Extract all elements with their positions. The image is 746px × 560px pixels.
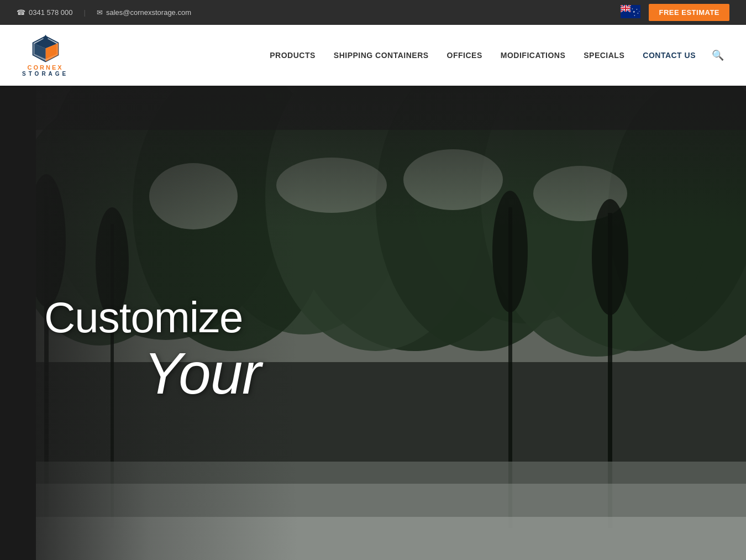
- logo[interactable]: CORNEX STORAGE: [22, 34, 69, 77]
- email-contact: ✉ sales@cornexstorage.com: [97, 8, 191, 17]
- logo-icon: [30, 34, 61, 64]
- email-address[interactable]: sales@cornexstorage.com: [106, 8, 191, 17]
- search-icon[interactable]: 🔍: [712, 50, 724, 61]
- svg-text:★: ★: [637, 12, 639, 14]
- svg-rect-9: [621, 8, 631, 9]
- nav-link-modifications[interactable]: MODIFICATIONS: [493, 45, 573, 65]
- country-flag: ★ ★ ★ ★ ★ ★: [621, 5, 640, 20]
- hero-line1: Customize: [44, 294, 261, 342]
- phone-number[interactable]: 0341 578 000: [29, 8, 73, 17]
- email-icon: ✉: [97, 8, 103, 17]
- logo-text-storage: STORAGE: [22, 71, 69, 77]
- nav-item-offices[interactable]: OFFICES: [439, 50, 490, 60]
- svg-text:★: ★: [634, 14, 635, 17]
- nav-item-contact[interactable]: CONTACT US: [635, 50, 703, 60]
- top-bar: ☎ 0341 578 000 | ✉ sales@cornexstorage.c…: [0, 0, 746, 25]
- nav-link-offices[interactable]: OFFICES: [439, 45, 490, 65]
- nav-link-contact[interactable]: CONTACT US: [635, 45, 703, 65]
- nav-item-products[interactable]: PRODUCTS: [262, 50, 323, 60]
- header: CORNEX STORAGE PRODUCTS SHIPPING CONTAIN…: [0, 25, 746, 86]
- nav-search[interactable]: 🔍: [706, 49, 724, 61]
- hero-line2: Your: [144, 342, 261, 406]
- logo-wrapper: CORNEX STORAGE: [22, 34, 69, 77]
- nav-link-shipping[interactable]: SHIPPING CONTAINERS: [326, 45, 437, 65]
- top-bar-right: ★ ★ ★ ★ ★ ★ FREE ESTIMATE: [621, 4, 729, 21]
- nav-link-products[interactable]: PRODUCTS: [262, 45, 323, 65]
- phone-contact: ☎ 0341 578 000: [17, 8, 73, 17]
- separator: |: [84, 8, 86, 17]
- logo-text-cornex: CORNEX: [28, 64, 64, 71]
- nav-link-specials[interactable]: SPECIALS: [576, 45, 632, 65]
- hero-text-block: Customize Your: [44, 294, 261, 405]
- top-bar-contacts: ☎ 0341 578 000 | ✉ sales@cornexstorage.c…: [17, 8, 191, 17]
- main-nav: PRODUCTS SHIPPING CONTAINERS OFFICES MOD…: [262, 49, 724, 61]
- nav-item-modifications[interactable]: MODIFICATIONS: [493, 50, 573, 60]
- nav-item-shipping[interactable]: SHIPPING CONTAINERS: [326, 50, 437, 60]
- nav-item-specials[interactable]: SPECIALS: [576, 50, 632, 60]
- svg-text:★: ★: [632, 8, 633, 10]
- phone-icon: ☎: [17, 8, 25, 17]
- hero-section: Customize Your: [0, 86, 746, 560]
- free-estimate-button[interactable]: FREE ESTIMATE: [649, 4, 729, 21]
- svg-text:★: ★: [636, 8, 638, 11]
